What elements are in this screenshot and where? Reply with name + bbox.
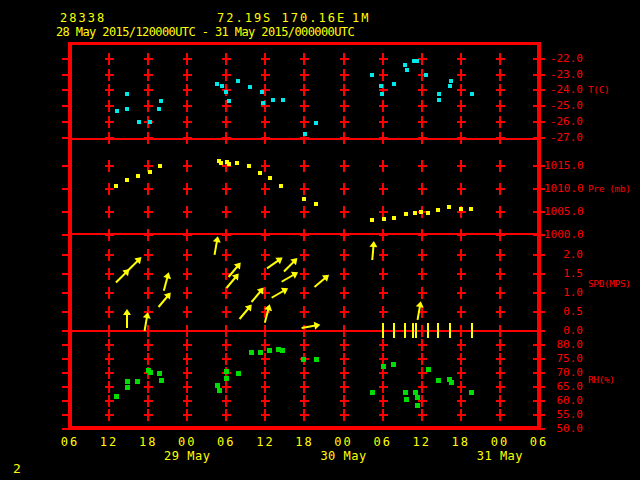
humidity-point [148,370,153,375]
left-tick [62,372,71,374]
grid-plus [340,372,349,374]
humidity-point [426,367,431,372]
wind-arrow-head-icon [163,271,172,279]
grid-plus [300,292,309,294]
axis-tick-label: 1015.0 [544,160,583,172]
axis-tick-label: 1010.0 [544,183,583,195]
axis-tick-label: 60.0 [544,395,583,407]
grid-plus [457,372,466,374]
grid-plus [496,58,505,60]
grid-plus [496,414,505,416]
grid-plus [418,165,427,167]
calm-wind-mark [404,323,406,338]
grid-plus [144,358,153,360]
grid-plus [222,105,231,107]
grid-plus [183,254,192,256]
grid-plus [105,358,114,360]
grid-plus [418,89,427,91]
left-tick [62,400,71,402]
left-tick [62,58,71,60]
grid-plus [379,292,388,294]
temperature-point [215,82,219,86]
humidity-point [280,348,285,353]
pressure-point [247,164,251,168]
grid-plus [300,58,309,60]
humidity-point [258,350,263,355]
grid-plus [340,386,349,388]
grid-plus [300,254,309,256]
grid-plus [457,414,466,416]
grid-plus [105,74,114,76]
humidity-point [215,383,220,388]
temperature-point [260,90,264,94]
hour-label: 12 [94,436,124,449]
grid-plus [261,344,270,346]
temperature-point [379,84,383,88]
humidity-point [403,390,408,395]
grid-plus [222,292,231,294]
wind-arrow-head-icon [291,269,300,279]
wind-arrow [158,293,170,307]
date-label: 31 May [470,450,530,463]
hour-label: 00 [172,436,202,449]
grid-plus [418,188,427,190]
wind-arrow [371,243,374,260]
grid-plus [300,105,309,107]
grid-plus [105,292,114,294]
hour-label: 18 [133,436,163,449]
left-tick [62,89,71,91]
grid-plus [496,311,505,313]
grid-plus [261,211,270,213]
grid-plus [105,311,114,313]
grid-plus [105,386,114,388]
hour-label: 06 [55,436,85,449]
humidity-point [436,378,441,383]
grid-plus [105,58,114,60]
grid-plus [261,254,270,256]
calm-wind-mark [449,323,451,338]
grid-plus [144,344,153,346]
grid-plus [261,414,270,416]
grid-plus [144,165,153,167]
grid-plus [379,74,388,76]
grid-plus [183,105,192,107]
hour-label: 18 [446,436,476,449]
hour-label: 00 [329,436,359,449]
grid-plus [222,58,231,60]
temperature-point [148,120,152,124]
grid-plus [457,58,466,60]
grid-plus [183,292,192,294]
humidity-point [381,364,386,369]
left-tick [62,188,71,190]
temperature-point [115,109,119,113]
grid-plus [222,254,231,256]
grid-plus [222,121,231,123]
wind-arrow-head-icon [322,272,332,282]
pressure-point [125,178,129,182]
axis-tick-label: 75.0 [544,353,583,365]
hour-label: 18 [289,436,319,449]
pressure-point [413,211,417,215]
grid-plus [457,311,466,313]
grid-plus [261,188,270,190]
humidity-point [314,357,319,362]
grid-plus [183,121,192,123]
grid-plus [379,254,388,256]
humidity-point [135,379,140,384]
grid-plus [105,211,114,213]
pressure-point [370,218,374,222]
plot-area: -22.0-23.0-24.0-25.0-26.0-27.0T(C)1015.0… [0,0,640,480]
grid-plus [300,386,309,388]
wind-arrow [163,274,169,291]
grid-plus [418,344,427,346]
grid-plus [261,74,270,76]
grid-plus [183,58,192,60]
pressure-point [419,210,423,214]
temperature-point [437,98,441,102]
grid-plus [496,273,505,275]
pressure-point [148,170,152,174]
grid-plus [300,121,309,123]
wind-arrow-head-icon [134,254,144,264]
grid-plus [222,344,231,346]
grid-plus [496,89,505,91]
